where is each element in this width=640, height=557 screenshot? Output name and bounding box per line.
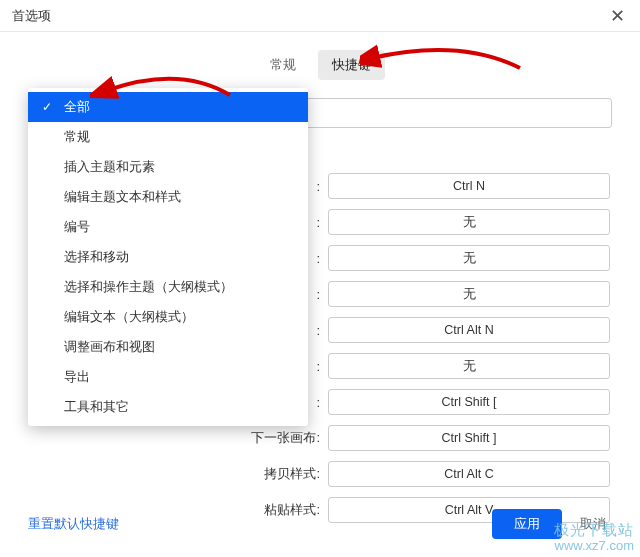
shortcut-value[interactable]: Ctrl Alt N <box>328 317 610 343</box>
shortcut-row: 拷贝样式: Ctrl Alt C <box>28 460 612 488</box>
category-dropdown[interactable]: 全部 常规 插入主题和元素 编辑主题文本和样式 编号 选择和移动 选择和操作主题… <box>28 88 308 426</box>
footer-buttons: 应用 取消 <box>492 509 612 539</box>
shortcut-label: 拷贝样式: <box>28 465 328 483</box>
tab-shortcuts[interactable]: 快捷键 <box>318 50 385 80</box>
shortcut-value[interactable]: 无 <box>328 209 610 235</box>
shortcut-value[interactable]: Ctrl N <box>328 173 610 199</box>
dropdown-item-select-operation[interactable]: 选择和操作主题（大纲模式） <box>28 272 308 302</box>
dropdown-item-edit-text-style[interactable]: 编辑主题文本和样式 <box>28 182 308 212</box>
tab-general[interactable]: 常规 <box>256 50 310 80</box>
cancel-button[interactable]: 取消 <box>574 509 612 539</box>
dropdown-item-tools-other[interactable]: 工具和其它 <box>28 392 308 422</box>
shortcut-value[interactable]: Ctrl Shift [ <box>328 389 610 415</box>
reset-defaults-link[interactable]: 重置默认快捷键 <box>28 515 119 533</box>
dropdown-item-select-move[interactable]: 选择和移动 <box>28 242 308 272</box>
window-title: 首选项 <box>12 7 51 25</box>
shortcut-value[interactable]: 无 <box>328 353 610 379</box>
dropdown-item-insert[interactable]: 插入主题和元素 <box>28 152 308 182</box>
preferences-window: 首选项 ✕ 常规 快捷键 : Ctrl N : 无 : 无 : 无 <box>0 0 640 557</box>
close-button[interactable]: ✕ <box>602 1 632 31</box>
footer: 重置默认快捷键 应用 取消 <box>0 509 640 539</box>
shortcut-label: 下一张画布: <box>28 429 328 447</box>
dropdown-item-edit-text-outline[interactable]: 编辑文本（大纲模式） <box>28 302 308 332</box>
shortcut-value[interactable]: Ctrl Alt C <box>328 461 610 487</box>
apply-button[interactable]: 应用 <box>492 509 562 539</box>
dropdown-item-adjust-canvas[interactable]: 调整画布和视图 <box>28 332 308 362</box>
shortcut-value[interactable]: 无 <box>328 245 610 271</box>
dropdown-item-numbering[interactable]: 编号 <box>28 212 308 242</box>
watermark-line2: www.xz7.com <box>554 539 634 553</box>
shortcut-value[interactable]: 无 <box>328 281 610 307</box>
titlebar: 首选项 ✕ <box>0 0 640 32</box>
shortcut-value[interactable]: Ctrl Shift ] <box>328 425 610 451</box>
shortcut-row: 下一张画布: Ctrl Shift ] <box>28 424 612 452</box>
dropdown-item-all[interactable]: 全部 <box>28 92 308 122</box>
dropdown-item-general[interactable]: 常规 <box>28 122 308 152</box>
dropdown-item-export[interactable]: 导出 <box>28 362 308 392</box>
